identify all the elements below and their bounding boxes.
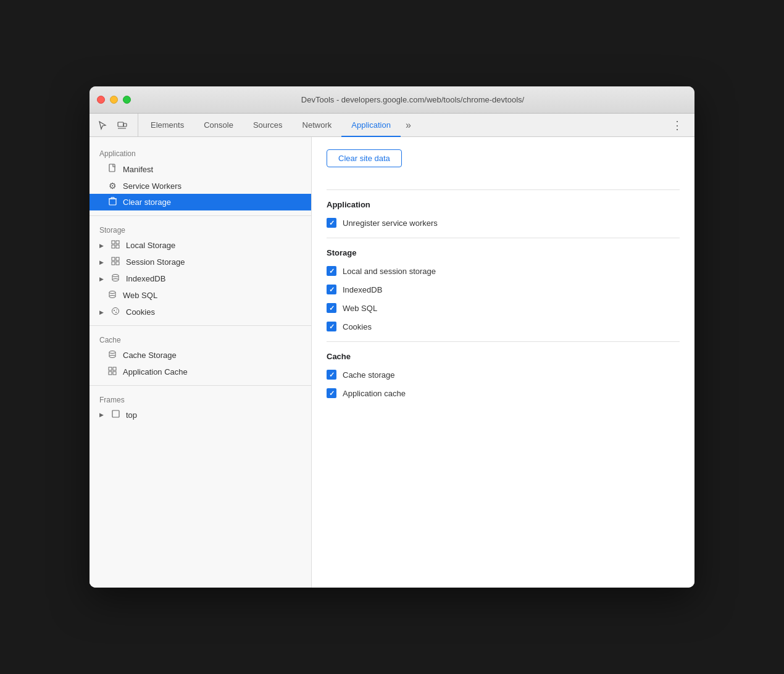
svg-rect-3 [109, 164, 115, 172]
cursor-icon[interactable] [94, 117, 111, 133]
tab-application[interactable]: Application [341, 114, 401, 137]
maximize-button[interactable] [123, 96, 131, 104]
sidebar-section-application: Application [90, 144, 311, 160]
right-panel: Clear site data Application Unregister s… [312, 137, 694, 588]
expand-arrow-icon: ▶ [99, 243, 104, 249]
svg-rect-12 [116, 245, 119, 248]
checkbox-cookies[interactable]: Cookies [327, 322, 680, 331]
svg-rect-37 [112, 410, 119, 417]
tab-bar-icons [94, 114, 138, 136]
checkbox-local-session-box[interactable] [327, 266, 336, 276]
menu-icon[interactable]: ⋮ [665, 114, 690, 136]
svg-rect-16 [116, 262, 119, 265]
top-label: top [126, 410, 137, 420]
indexeddb-label: IndexedDB [126, 274, 165, 283]
tab-application-label: Application [351, 120, 391, 130]
svg-point-29 [109, 351, 115, 354]
sidebar-item-top[interactable]: ▶ top [90, 407, 311, 423]
checkbox-web-sql-box[interactable] [327, 303, 336, 313]
svg-rect-11 [112, 245, 115, 248]
minimize-button[interactable] [110, 96, 118, 104]
title-bar: DevTools - developers.google.com/web/too… [90, 86, 694, 114]
cylinder-icon-sql [107, 290, 118, 301]
divider-1 [90, 215, 311, 216]
sidebar-item-web-sql[interactable]: Web SQL [90, 287, 311, 304]
local-storage-label: Local Storage [126, 241, 175, 250]
tab-network[interactable]: Network [293, 114, 342, 137]
svg-rect-14 [116, 257, 119, 260]
expand-arrow-icon-5: ▶ [99, 412, 104, 418]
grid2-icon [107, 367, 118, 377]
manifest-label: Manifest [123, 165, 153, 174]
sidebar-item-service-workers[interactable]: ⚙ Service Workers [90, 178, 311, 194]
svg-point-26 [114, 310, 115, 311]
close-button[interactable] [97, 96, 105, 104]
sidebar-item-clear-storage[interactable]: Clear storage [90, 194, 311, 210]
sidebar: Application Manifest ⚙ Service Workers [90, 137, 312, 588]
panel-section-application-title: Application [327, 200, 680, 209]
checkbox-unregister-sw-box[interactable] [327, 218, 336, 228]
sidebar-item-app-cache[interactable]: Application Cache [90, 364, 311, 380]
tab-bar: Elements Console Sources Network Applica… [90, 114, 694, 137]
more-tabs-icon[interactable]: » [401, 114, 416, 136]
session-storage-label: Session Storage [126, 257, 185, 267]
sidebar-item-session-storage[interactable]: ▶ Session Storage [90, 254, 311, 270]
expand-arrow-icon-2: ▶ [99, 259, 104, 265]
checkbox-cache-storage-box[interactable] [327, 370, 336, 380]
tab-sources-label: Sources [253, 120, 283, 130]
expand-arrow-icon-4: ▶ [99, 309, 104, 315]
sidebar-section-frames: Frames [90, 391, 311, 407]
svg-point-27 [115, 312, 117, 313]
tab-sources[interactable]: Sources [243, 114, 293, 137]
traffic-lights [97, 96, 131, 104]
panel-section-cache: Cache Cache storage Application cache [327, 352, 680, 398]
svg-point-21 [109, 291, 115, 294]
cookies-label: Cookies [126, 307, 155, 317]
checkbox-cookies-box[interactable] [327, 322, 336, 331]
svg-rect-10 [116, 241, 119, 244]
svg-point-20 [112, 279, 119, 281]
svg-rect-4 [109, 199, 116, 205]
panel-divider-3 [327, 341, 680, 342]
expand-arrow-icon-3: ▶ [99, 276, 104, 282]
tab-elements[interactable]: Elements [141, 114, 194, 137]
main-content: Application Manifest ⚙ Service Workers [90, 137, 694, 588]
checkbox-web-sql-label: Web SQL [343, 304, 377, 313]
sidebar-section-cache: Cache [90, 331, 311, 347]
window-title: DevTools - developers.google.com/web/too… [138, 95, 687, 104]
sidebar-section-storage: Storage [90, 221, 311, 237]
checkbox-web-sql[interactable]: Web SQL [327, 303, 680, 313]
app-cache-label: Application Cache [123, 367, 188, 377]
checkbox-local-session[interactable]: Local and session storage [327, 266, 680, 276]
sidebar-item-indexeddb[interactable]: ▶ IndexedDB [90, 270, 311, 287]
gear-icon: ⚙ [107, 181, 118, 191]
panel-divider-1 [327, 189, 680, 190]
checkbox-app-cache-box[interactable] [327, 388, 336, 398]
sidebar-item-cache-storage[interactable]: Cache Storage [90, 347, 311, 364]
svg-rect-33 [109, 367, 112, 370]
sidebar-item-manifest[interactable]: Manifest [90, 160, 311, 178]
divider-2 [90, 325, 311, 326]
panel-section-storage-title: Storage [327, 248, 680, 257]
checkbox-indexeddb-box[interactable] [327, 285, 336, 294]
checkbox-indexeddb[interactable]: IndexedDB [327, 285, 680, 294]
checkbox-cache-storage-label: Cache storage [343, 370, 395, 380]
cookie-icon [110, 307, 121, 317]
checkbox-app-cache[interactable]: Application cache [327, 388, 680, 398]
sidebar-item-cookies[interactable]: ▶ Cookies [90, 304, 311, 320]
grid-icon-session [110, 257, 121, 267]
tab-console[interactable]: Console [194, 114, 243, 137]
checkbox-cache-storage[interactable]: Cache storage [327, 370, 680, 380]
devtools-window: DevTools - developers.google.com/web/too… [90, 86, 694, 588]
checkbox-unregister-sw-label: Unregister service workers [343, 218, 438, 228]
svg-rect-9 [112, 241, 115, 244]
checkbox-unregister-sw[interactable]: Unregister service workers [327, 218, 680, 228]
device-icon[interactable] [114, 117, 130, 133]
svg-rect-0 [118, 122, 123, 127]
clear-site-data-button[interactable]: Clear site data [327, 149, 402, 167]
svg-point-25 [112, 308, 119, 315]
divider-3 [90, 385, 311, 386]
web-sql-label: Web SQL [123, 291, 157, 300]
sidebar-item-local-storage[interactable]: ▶ Local Storage [90, 237, 311, 254]
panel-divider-2 [327, 238, 680, 238]
